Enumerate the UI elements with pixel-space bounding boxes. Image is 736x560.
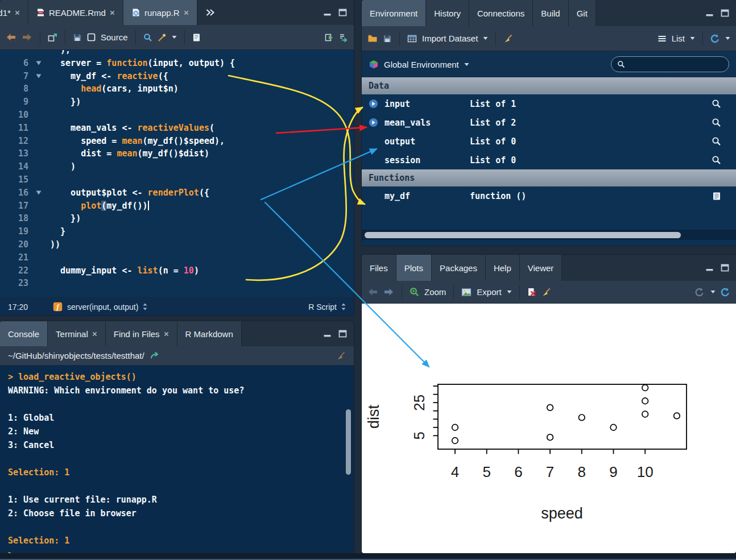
close-tab-icon[interactable]	[164, 331, 169, 337]
list-view-icon[interactable]	[658, 35, 667, 43]
inspect-object-icon[interactable]	[712, 136, 721, 146]
tab-files[interactable]: Files	[362, 255, 396, 281]
minimize-pane-icon[interactable]	[705, 264, 714, 272]
fold-toggle-icon[interactable]	[32, 57, 46, 70]
export-plot-icon[interactable]	[461, 288, 472, 297]
remove-plot-icon[interactable]	[527, 288, 536, 297]
minimize-pane-icon[interactable]	[323, 330, 332, 338]
compile-notebook-icon[interactable]	[192, 33, 201, 42]
save-icon[interactable]	[73, 33, 82, 42]
next-plot-icon[interactable]	[383, 288, 394, 296]
dropdown-caret-icon[interactable]	[172, 35, 177, 39]
console-tabbar: ConsoleTerminalFind in FilesR Markdown	[0, 321, 354, 346]
tab-overflow-chevron-icon[interactable]	[205, 0, 214, 25]
tab-r-markdown[interactable]: R Markdown	[177, 321, 242, 346]
publish-icon[interactable]	[694, 287, 705, 297]
close-tab-icon[interactable]	[15, 10, 20, 15]
tab-plots[interactable]: Plots	[396, 255, 432, 281]
code-token: my_df())	[106, 201, 147, 211]
clear-objects-icon[interactable]	[503, 34, 513, 43]
source-on-save-checkbox[interactable]	[87, 33, 96, 42]
forward-icon[interactable]	[22, 33, 32, 42]
env-row-my-df[interactable]: my_dffunction ()	[362, 186, 736, 205]
fold-gutter	[32, 225, 46, 238]
file-type-selector[interactable]: R Script	[308, 302, 346, 312]
maximize-pane-icon[interactable]	[721, 9, 729, 17]
tab-console[interactable]: Console	[0, 321, 48, 346]
previous-plot-icon[interactable]	[367, 288, 378, 296]
refresh-icon[interactable]	[710, 34, 720, 43]
clear-all-plots-icon[interactable]	[541, 288, 551, 297]
console-output[interactable]: > load_reactive_objects()WARNING: Which …	[0, 366, 354, 553]
env-row-output[interactable]: outputList of 0	[362, 132, 736, 151]
tab-git[interactable]: Git	[569, 0, 596, 26]
inspect-object-icon[interactable]	[712, 118, 721, 127]
cursor-position[interactable]: 17:20	[8, 302, 28, 312]
environment-scrollbar[interactable]	[365, 232, 681, 238]
fold-gutter	[32, 173, 46, 186]
code-text: head(cars, input$n)	[46, 82, 179, 96]
tab-viewer[interactable]: Viewer	[520, 255, 563, 281]
minimize-pane-icon[interactable]	[323, 9, 332, 16]
env-row-input[interactable]: inputList of 1	[362, 94, 736, 113]
dropdown-caret-icon[interactable]	[725, 36, 730, 40]
tab-history[interactable]: History	[426, 0, 469, 26]
tab-help[interactable]: Help	[486, 255, 520, 281]
env-row-session[interactable]: sessionList of 0	[362, 151, 736, 169]
dropdown-caret-icon[interactable]	[464, 63, 469, 67]
tab-terminal[interactable]: Terminal	[48, 321, 106, 346]
clear-console-icon[interactable]	[336, 351, 346, 360]
dropdown-caret-icon[interactable]	[507, 290, 512, 294]
maximize-pane-icon[interactable]	[338, 9, 347, 16]
tab-build[interactable]: Build	[533, 0, 568, 26]
tab-readme-rmd[interactable]: README.Rmd	[28, 0, 123, 25]
search-input[interactable]	[629, 60, 723, 69]
dropdown-caret-icon[interactable]	[710, 290, 716, 294]
close-tab-icon[interactable]	[110, 10, 115, 15]
function-scope-selector[interactable]: f server(input, output)	[53, 302, 147, 312]
code-editor[interactable]: ),6 server = function(input, output) {7 …	[0, 50, 354, 297]
tab-connections[interactable]: Connections	[469, 0, 533, 26]
tab-ed1[interactable]: ed1*	[0, 0, 28, 25]
console-pathbar: ~/GitHub/shinyobjects/tests/testthat/	[0, 346, 354, 366]
zoom-label[interactable]: Zoom	[424, 287, 446, 297]
dropdown-caret-icon[interactable]	[690, 36, 695, 40]
expand-toggle-icon[interactable]	[369, 118, 384, 127]
close-tab-icon[interactable]	[92, 331, 97, 337]
inspect-object-icon[interactable]	[712, 99, 721, 109]
code-tools-icon[interactable]	[158, 33, 167, 42]
tab-packages[interactable]: Packages	[432, 255, 486, 281]
close-tab-icon[interactable]	[184, 10, 189, 15]
tab-runapp-r[interactable]: Rrunapp.R	[123, 0, 197, 25]
import-dataset-icon[interactable]	[407, 34, 417, 43]
tab-find-in-files[interactable]: Find in Files	[106, 321, 177, 346]
inspect-object-icon[interactable]	[712, 155, 721, 165]
open-in-new-window-icon[interactable]	[48, 33, 57, 42]
list-view-label[interactable]: List	[672, 34, 685, 43]
tab-environment[interactable]: Environment	[362, 0, 426, 26]
import-dataset-label[interactable]: Import Dataset	[422, 34, 478, 43]
env-row-mean-vals[interactable]: mean_valsList of 2	[362, 113, 736, 132]
back-icon[interactable]	[6, 33, 16, 42]
zoom-icon[interactable]	[410, 287, 419, 297]
fold-toggle-icon[interactable]	[32, 186, 46, 200]
view-function-icon[interactable]	[712, 192, 721, 201]
dropdown-caret-icon[interactable]	[483, 36, 488, 40]
maximize-pane-icon[interactable]	[338, 330, 347, 338]
environment-selector-label[interactable]: Global Environment	[384, 60, 459, 69]
run-icon[interactable]	[325, 33, 334, 42]
refresh-plots-icon[interactable]	[721, 288, 730, 297]
minimize-pane-icon[interactable]	[705, 9, 714, 17]
code-text: dummy_input <- list(n = 10)	[46, 264, 199, 277]
maximize-pane-icon[interactable]	[721, 264, 729, 272]
load-workspace-icon[interactable]	[367, 34, 378, 43]
tab-label: R Markdown	[185, 329, 233, 339]
console-scrollbar[interactable]	[346, 409, 351, 475]
save-workspace-icon[interactable]	[383, 34, 392, 43]
fold-toggle-icon[interactable]	[32, 70, 46, 83]
source-script-icon[interactable]	[339, 33, 348, 42]
find-replace-icon[interactable]	[143, 33, 152, 42]
export-label[interactable]: Export	[477, 287, 501, 297]
goto-directory-icon[interactable]	[150, 352, 160, 359]
expand-toggle-icon[interactable]	[369, 99, 384, 109]
